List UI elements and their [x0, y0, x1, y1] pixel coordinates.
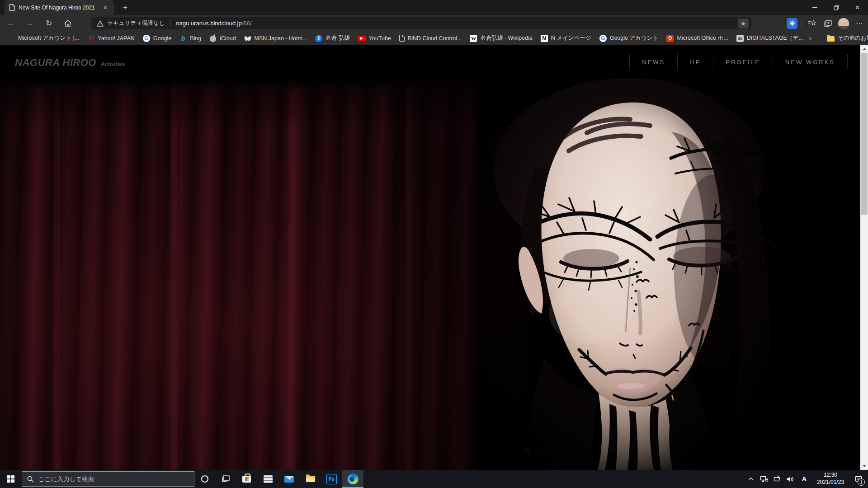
tab-close-button[interactable]: ×: [101, 4, 109, 12]
collections-button[interactable]: [822, 18, 834, 29]
microsoft-icon: [8, 35, 15, 42]
bookmark-label: 名倉 弘雄: [326, 34, 349, 42]
bookmark-label: N メインページ: [551, 34, 591, 42]
network-status-button[interactable]: [757, 470, 770, 488]
stack-taskbar-button[interactable]: [257, 470, 278, 488]
scrollbar-thumb[interactable]: [861, 53, 868, 215]
favorite-button[interactable]: ★: [738, 19, 749, 28]
system-tray: A 12:30 2021/01/23 1: [744, 470, 868, 488]
photoshop-taskbar-button[interactable]: Ps: [321, 470, 342, 488]
active-tab[interactable]: New Site Of Nagura Hiroo 2021 ×: [5, 0, 114, 15]
bookmark-msn[interactable]: MSN Japan - Hotm...: [240, 33, 311, 43]
address-divider: [170, 20, 170, 27]
bookmarks-right: › その他のお気に入り: [807, 33, 868, 43]
page-scrollbar[interactable]: [860, 45, 868, 470]
hero-face-image: [477, 78, 776, 470]
taskbar-clock[interactable]: 12:30 2021/01/23: [812, 472, 849, 486]
url-path: /66/: [242, 20, 252, 27]
profile-avatar[interactable]: [838, 18, 849, 29]
bookmark-yahoo[interactable]: Y!Yahoo! JAPAN: [83, 33, 139, 43]
mail-icon: [284, 476, 294, 483]
bookmark-google[interactable]: GGoogle: [139, 33, 175, 43]
taskbar-search-input[interactable]: [38, 476, 174, 483]
extension-button[interactable]: [787, 18, 797, 29]
collections-icon: [824, 20, 832, 27]
bookmark-youtube[interactable]: YouTube: [354, 34, 395, 43]
bookmarks-bar: Microsoft アカウント |...Y!Yahoo! JAPANGGoogl…: [0, 32, 868, 45]
volume-icon: [786, 476, 794, 483]
nav-item-news[interactable]: NEWS: [629, 54, 677, 70]
cast-status-button[interactable]: [770, 470, 783, 488]
new-tab-button[interactable]: +: [119, 3, 131, 13]
photoshop-icon: Ps: [326, 474, 337, 484]
facebook-icon: f: [315, 35, 322, 42]
bookmark-n-tile[interactable]: NN メインページ: [537, 33, 595, 43]
store-taskbar-button[interactable]: [236, 470, 257, 488]
back-button[interactable]: ←: [3, 17, 19, 30]
task-view-button[interactable]: [215, 470, 236, 488]
refresh-button[interactable]: ↻: [41, 17, 57, 30]
edge-taskbar-button[interactable]: [342, 470, 363, 488]
site-header: NAGURA HIROO Activities NEWSHPPROFILENEW…: [0, 45, 860, 78]
snowflake-icon: [789, 20, 795, 26]
n-tile-icon: N: [541, 35, 548, 42]
minimize-button[interactable]: [804, 0, 826, 15]
toolbar-separator: [802, 19, 802, 27]
favorites-bar-button[interactable]: [806, 18, 818, 29]
bookmark-google[interactable]: GGoogle アカウント: [595, 33, 663, 43]
bookmark-label: Google アカウント: [610, 34, 659, 42]
other-favorites-button[interactable]: その他のお気に入り: [823, 33, 868, 43]
bookmark-label: DIGITALSTAGE（デ...: [747, 34, 803, 42]
site-logo[interactable]: NAGURA HIROO Activities: [15, 57, 125, 69]
bookmarks-overflow-chevron[interactable]: ›: [807, 34, 813, 42]
restore-button[interactable]: [826, 0, 847, 15]
toolbar-right-cluster: ⋯: [787, 17, 865, 30]
bookmark-facebook[interactable]: f名倉 弘雄: [311, 33, 354, 43]
windows-taskbar: Ps A 12:30 2021/01/23 1: [0, 470, 868, 488]
search-icon: [27, 476, 34, 483]
bookmark-label: Yahoo! JAPAN: [98, 35, 135, 42]
nav-item-profile[interactable]: PROFILE: [713, 54, 773, 70]
clock-date: 2021/01/23: [812, 479, 849, 486]
web-page: NAGURA HIROO Activities NEWSHPPROFILENEW…: [0, 45, 860, 470]
ime-mode-button[interactable]: A: [797, 470, 812, 488]
bookmark-label: Microsoft Office ホ...: [677, 34, 728, 42]
edge-icon: [348, 474, 359, 484]
start-button[interactable]: [0, 470, 22, 488]
digitalstage-icon: ds: [736, 35, 744, 42]
bookmark-wikipedia[interactable]: W名倉弘雄 - Wikipedia: [466, 33, 536, 43]
task-view-icon: [222, 475, 230, 483]
bookmark-label: MSN Japan - Hotm...: [255, 35, 307, 42]
bookmark-digitalstage[interactable]: dsDIGITALSTAGE（デ...: [732, 33, 807, 43]
url-text[interactable]: nagu.uranus.bindcloud.jp/66/: [176, 20, 251, 27]
bookmark-bing[interactable]: bBing: [175, 33, 205, 43]
security-label[interactable]: セキュリティ保護なし: [107, 19, 165, 27]
nav-item-new-works[interactable]: NEW WORKS: [773, 54, 848, 70]
bookmark-page[interactable]: BiND Cloud Control...: [395, 33, 466, 43]
page-icon: [399, 35, 405, 42]
mail-taskbar-button[interactable]: [278, 470, 300, 488]
home-button[interactable]: [60, 17, 76, 30]
cortana-button[interactable]: [194, 470, 215, 488]
cast-icon: [773, 475, 781, 483]
scrollbar-up-button[interactable]: [860, 45, 868, 53]
bookmark-office[interactable]: OMicrosoft Office ホ...: [662, 33, 732, 43]
volume-button[interactable]: [783, 470, 797, 488]
bookmark-apple[interactable]: iCloud: [205, 33, 240, 43]
close-window-button[interactable]: ×: [847, 0, 868, 15]
notification-center-button[interactable]: 1: [849, 470, 868, 488]
tray-chevron-up-button[interactable]: [744, 470, 757, 488]
settings-more-button[interactable]: ⋯: [854, 18, 865, 29]
scrollbar-down-button[interactable]: [860, 462, 868, 470]
forward-button[interactable]: →: [22, 17, 38, 30]
bing-icon: b: [179, 35, 187, 42]
home-icon: [64, 20, 71, 27]
minimize-icon: [812, 7, 817, 8]
nav-item-hp[interactable]: HP: [677, 54, 713, 70]
file-explorer-icon: [306, 476, 315, 482]
bookmark-microsoft[interactable]: Microsoft アカウント |...: [4, 33, 83, 43]
address-bar[interactable]: セキュリティ保護なし nagu.uranus.bindcloud.jp/66/ …: [91, 17, 751, 29]
bookmark-label: 名倉弘雄 - Wikipedia: [480, 34, 532, 42]
taskbar-search-box[interactable]: [22, 471, 194, 487]
file-explorer-taskbar-button[interactable]: [300, 470, 321, 488]
